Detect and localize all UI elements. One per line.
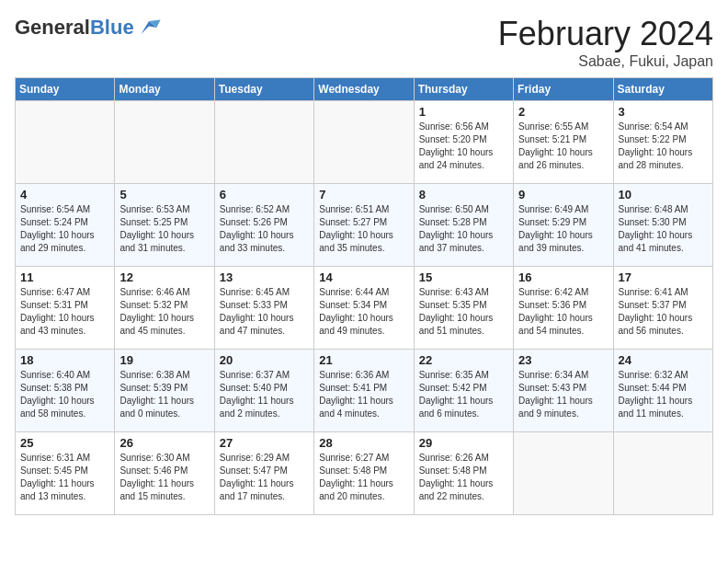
calendar-cell: 20Sunrise: 6:37 AM Sunset: 5:40 PM Dayli… bbox=[214, 350, 313, 432]
calendar-cell: 29Sunrise: 6:26 AM Sunset: 5:48 PM Dayli… bbox=[414, 432, 513, 515]
calendar-cell: 21Sunrise: 6:36 AM Sunset: 5:41 PM Dayli… bbox=[314, 350, 414, 432]
logo-bird-icon bbox=[136, 15, 162, 40]
calendar-cell: 5Sunrise: 6:53 AM Sunset: 5:25 PM Daylig… bbox=[115, 184, 214, 267]
calendar-week-row: 4Sunrise: 6:54 AM Sunset: 5:24 PM Daylig… bbox=[16, 184, 713, 267]
calendar-cell: 12Sunrise: 6:46 AM Sunset: 5:32 PM Dayli… bbox=[115, 267, 214, 350]
calendar-cell: 22Sunrise: 6:35 AM Sunset: 5:42 PM Dayli… bbox=[414, 350, 513, 432]
calendar-cell: 15Sunrise: 6:43 AM Sunset: 5:35 PM Dayli… bbox=[414, 267, 513, 350]
calendar-cell: 28Sunrise: 6:27 AM Sunset: 5:48 PM Dayli… bbox=[314, 432, 414, 515]
calendar-cell bbox=[214, 101, 313, 184]
day-number: 22 bbox=[419, 353, 508, 367]
location-title: Sabae, Fukui, Japan bbox=[498, 53, 713, 70]
day-number: 9 bbox=[518, 188, 608, 201]
calendar-cell: 17Sunrise: 6:41 AM Sunset: 5:37 PM Dayli… bbox=[613, 267, 712, 350]
calendar-week-row: 25Sunrise: 6:31 AM Sunset: 5:45 PM Dayli… bbox=[16, 432, 713, 515]
weekday-header: Thursday bbox=[414, 78, 513, 101]
day-number: 17 bbox=[619, 270, 708, 284]
calendar-cell: 2Sunrise: 6:55 AM Sunset: 5:21 PM Daylig… bbox=[514, 101, 613, 184]
calendar-cell: 11Sunrise: 6:47 AM Sunset: 5:31 PM Dayli… bbox=[16, 267, 115, 350]
day-number: 15 bbox=[419, 270, 508, 284]
calendar-cell: 19Sunrise: 6:38 AM Sunset: 5:39 PM Dayli… bbox=[115, 350, 214, 432]
calendar-cell: 3Sunrise: 6:54 AM Sunset: 5:22 PM Daylig… bbox=[613, 101, 712, 184]
day-number: 27 bbox=[220, 436, 309, 450]
calendar-cell: 9Sunrise: 6:49 AM Sunset: 5:29 PM Daylig… bbox=[514, 184, 613, 267]
day-number: 24 bbox=[619, 353, 708, 367]
calendar-cell bbox=[514, 432, 613, 515]
day-number: 13 bbox=[220, 270, 309, 284]
month-title: February 2024 bbox=[498, 15, 713, 53]
day-info: Sunrise: 6:38 AM Sunset: 5:39 PM Dayligh… bbox=[119, 369, 209, 420]
calendar-cell: 18Sunrise: 6:40 AM Sunset: 5:38 PM Dayli… bbox=[16, 350, 115, 432]
logo: GeneralBlue bbox=[15, 15, 162, 40]
day-info: Sunrise: 6:35 AM Sunset: 5:42 PM Dayligh… bbox=[419, 369, 508, 420]
calendar-week-row: 18Sunrise: 6:40 AM Sunset: 5:38 PM Dayli… bbox=[16, 350, 713, 432]
day-info: Sunrise: 6:37 AM Sunset: 5:40 PM Dayligh… bbox=[220, 369, 309, 420]
logo-text: GeneralBlue bbox=[15, 16, 134, 40]
calendar-cell: 6Sunrise: 6:52 AM Sunset: 5:26 PM Daylig… bbox=[214, 184, 313, 267]
day-number: 6 bbox=[220, 188, 309, 201]
header-row: SundayMondayTuesdayWednesdayThursdayFrid… bbox=[16, 78, 713, 101]
calendar-cell: 10Sunrise: 6:48 AM Sunset: 5:30 PM Dayli… bbox=[613, 184, 712, 267]
weekday-header: Saturday bbox=[613, 78, 712, 101]
day-number: 14 bbox=[319, 270, 408, 284]
calendar-cell: 8Sunrise: 6:50 AM Sunset: 5:28 PM Daylig… bbox=[414, 184, 513, 267]
day-info: Sunrise: 6:54 AM Sunset: 5:22 PM Dayligh… bbox=[619, 121, 708, 172]
day-info: Sunrise: 6:34 AM Sunset: 5:43 PM Dayligh… bbox=[518, 369, 608, 420]
day-info: Sunrise: 6:45 AM Sunset: 5:33 PM Dayligh… bbox=[220, 286, 309, 338]
day-info: Sunrise: 6:40 AM Sunset: 5:38 PM Dayligh… bbox=[20, 369, 109, 420]
weekday-header: Friday bbox=[514, 78, 613, 101]
calendar-cell: 27Sunrise: 6:29 AM Sunset: 5:47 PM Dayli… bbox=[214, 432, 313, 515]
day-number: 3 bbox=[619, 105, 708, 119]
logo-blue: Blue bbox=[90, 16, 134, 39]
page-header: GeneralBlue February 2024 Sabae, Fukui, … bbox=[15, 15, 713, 70]
day-info: Sunrise: 6:30 AM Sunset: 5:46 PM Dayligh… bbox=[119, 452, 209, 503]
day-number: 26 bbox=[119, 436, 209, 450]
day-info: Sunrise: 6:43 AM Sunset: 5:35 PM Dayligh… bbox=[419, 286, 508, 338]
weekday-header: Monday bbox=[115, 78, 214, 101]
calendar-header: SundayMondayTuesdayWednesdayThursdayFrid… bbox=[16, 78, 713, 101]
day-info: Sunrise: 6:41 AM Sunset: 5:37 PM Dayligh… bbox=[619, 286, 708, 338]
calendar-cell: 14Sunrise: 6:44 AM Sunset: 5:34 PM Dayli… bbox=[314, 267, 414, 350]
day-info: Sunrise: 6:56 AM Sunset: 5:20 PM Dayligh… bbox=[419, 121, 508, 172]
day-number: 20 bbox=[220, 353, 309, 367]
day-info: Sunrise: 6:55 AM Sunset: 5:21 PM Dayligh… bbox=[518, 121, 608, 172]
day-info: Sunrise: 6:31 AM Sunset: 5:45 PM Dayligh… bbox=[20, 452, 109, 503]
calendar-cell: 7Sunrise: 6:51 AM Sunset: 5:27 PM Daylig… bbox=[314, 184, 414, 267]
day-info: Sunrise: 6:32 AM Sunset: 5:44 PM Dayligh… bbox=[619, 369, 708, 420]
weekday-header: Sunday bbox=[16, 78, 115, 101]
calendar-cell: 13Sunrise: 6:45 AM Sunset: 5:33 PM Dayli… bbox=[214, 267, 313, 350]
day-number: 18 bbox=[20, 353, 109, 367]
day-number: 28 bbox=[319, 436, 408, 450]
calendar-cell: 1Sunrise: 6:56 AM Sunset: 5:20 PM Daylig… bbox=[414, 101, 513, 184]
day-info: Sunrise: 6:50 AM Sunset: 5:28 PM Dayligh… bbox=[419, 203, 508, 255]
calendar-cell: 23Sunrise: 6:34 AM Sunset: 5:43 PM Dayli… bbox=[514, 350, 613, 432]
calendar-week-row: 1Sunrise: 6:56 AM Sunset: 5:20 PM Daylig… bbox=[16, 101, 713, 184]
day-number: 4 bbox=[20, 188, 109, 201]
calendar-cell: 4Sunrise: 6:54 AM Sunset: 5:24 PM Daylig… bbox=[16, 184, 115, 267]
day-number: 29 bbox=[419, 436, 508, 450]
calendar-cell bbox=[16, 101, 115, 184]
day-info: Sunrise: 6:29 AM Sunset: 5:47 PM Dayligh… bbox=[220, 452, 309, 503]
calendar-cell: 16Sunrise: 6:42 AM Sunset: 5:36 PM Dayli… bbox=[514, 267, 613, 350]
calendar-cell bbox=[115, 101, 214, 184]
day-number: 25 bbox=[20, 436, 109, 450]
day-number: 5 bbox=[119, 188, 209, 201]
day-info: Sunrise: 6:36 AM Sunset: 5:41 PM Dayligh… bbox=[319, 369, 408, 420]
day-number: 11 bbox=[20, 270, 109, 284]
calendar-cell: 25Sunrise: 6:31 AM Sunset: 5:45 PM Dayli… bbox=[16, 432, 115, 515]
weekday-header: Tuesday bbox=[214, 78, 313, 101]
day-info: Sunrise: 6:54 AM Sunset: 5:24 PM Dayligh… bbox=[20, 203, 109, 255]
day-number: 1 bbox=[419, 105, 508, 119]
day-number: 19 bbox=[119, 353, 209, 367]
day-info: Sunrise: 6:47 AM Sunset: 5:31 PM Dayligh… bbox=[20, 286, 109, 338]
calendar-cell: 24Sunrise: 6:32 AM Sunset: 5:44 PM Dayli… bbox=[613, 350, 712, 432]
day-info: Sunrise: 6:53 AM Sunset: 5:25 PM Dayligh… bbox=[119, 203, 209, 255]
day-number: 23 bbox=[518, 353, 608, 367]
day-info: Sunrise: 6:52 AM Sunset: 5:26 PM Dayligh… bbox=[220, 203, 309, 255]
day-number: 7 bbox=[319, 188, 408, 201]
day-number: 8 bbox=[419, 188, 508, 201]
day-info: Sunrise: 6:42 AM Sunset: 5:36 PM Dayligh… bbox=[518, 286, 608, 338]
day-info: Sunrise: 6:27 AM Sunset: 5:48 PM Dayligh… bbox=[319, 452, 408, 503]
day-info: Sunrise: 6:51 AM Sunset: 5:27 PM Dayligh… bbox=[319, 203, 408, 255]
day-info: Sunrise: 6:26 AM Sunset: 5:48 PM Dayligh… bbox=[419, 452, 508, 503]
